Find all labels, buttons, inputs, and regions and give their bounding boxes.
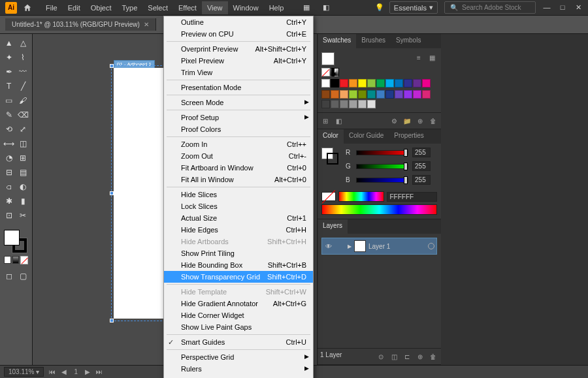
swatch[interactable]	[367, 79, 376, 87]
free-transform-tool[interactable]: ◫	[17, 137, 30, 150]
view-menu-proof-colors[interactable]: Proof Colors	[164, 123, 313, 135]
swatch-libraries-icon[interactable]: ⊞	[320, 116, 331, 126]
view-menu-presentation-mode[interactable]: Presentation Mode	[164, 82, 313, 93]
gray-swatch[interactable]	[349, 100, 357, 108]
view-menu-hide-edges[interactable]: Hide EdgesCtrl+H	[164, 224, 313, 236]
lasso-tool[interactable]: ⌇	[17, 51, 30, 64]
g-value[interactable]: 255	[412, 161, 431, 171]
view-menu-hide-slices[interactable]: Hide Slices	[164, 189, 313, 200]
new-swatch-icon[interactable]: ⊕	[415, 116, 425, 126]
swatch[interactable]	[422, 90, 431, 99]
last-artboard-icon[interactable]: ⏭	[95, 368, 104, 375]
swatch-grid-icon[interactable]: ▦	[427, 52, 437, 63]
swatch[interactable]	[376, 90, 385, 99]
view-menu-fit-artboard-in-window[interactable]: Fit Artboard in WindowCtrl+0	[164, 162, 313, 174]
gpu-icon[interactable]: ◧	[319, 1, 333, 15]
gray-swatch[interactable]	[367, 100, 376, 108]
swatch[interactable]	[321, 90, 330, 99]
gray-swatch[interactable]	[321, 100, 330, 108]
layer-thumbnail[interactable]	[354, 240, 366, 252]
swatch[interactable]	[376, 79, 385, 87]
swatch[interactable]	[422, 79, 431, 87]
tab-color-guide[interactable]: Color Guide	[344, 129, 389, 144]
paintbrush-tool[interactable]: 🖌	[17, 94, 30, 107]
menu-help[interactable]: Help	[264, 1, 289, 14]
g-slider[interactable]	[356, 164, 408, 169]
panel-stroke[interactable]	[327, 153, 338, 165]
maximize-button[interactable]: □	[558, 3, 567, 12]
new-sublayer-icon[interactable]: ⊏	[402, 351, 412, 362]
gradient-mode-icon[interactable]	[12, 256, 20, 264]
menu-effect[interactable]: Effect	[173, 1, 202, 14]
next-artboard-icon[interactable]: ▶	[83, 368, 92, 375]
drawing-mode-icon[interactable]: ◻	[3, 270, 16, 283]
perspective-grid-tool[interactable]: ⊞	[17, 151, 30, 165]
spectrum-full[interactable]	[321, 204, 437, 215]
view-menu-hide-corner-widget[interactable]: Hide Corner Widget	[164, 309, 313, 321]
blend-tool[interactable]: ◐	[17, 180, 30, 193]
visibility-icon[interactable]: 👁	[324, 243, 333, 250]
minimize-button[interactable]: —	[542, 3, 551, 12]
menu-file[interactable]: File	[41, 1, 63, 14]
artboard-nav-number[interactable]: 1	[71, 368, 80, 375]
screen-mode-icon[interactable]: ▢	[17, 270, 30, 283]
target-icon[interactable]	[428, 243, 434, 249]
swatch-none[interactable]	[321, 68, 330, 76]
rectangle-tool[interactable]: ▭	[3, 94, 16, 107]
b-slider[interactable]	[356, 178, 408, 183]
swatch[interactable]	[413, 90, 421, 99]
view-menu-trim-view[interactable]: Trim View	[164, 67, 313, 78]
none-mode-icon[interactable]	[20, 256, 28, 264]
first-artboard-icon[interactable]: ⏮	[48, 368, 57, 375]
eyedropper-tool[interactable]: ⫏	[3, 180, 16, 193]
b-value[interactable]: 255	[412, 175, 431, 185]
swatch[interactable]	[358, 90, 367, 99]
swatch[interactable]	[385, 79, 394, 87]
swatch[interactable]	[321, 79, 330, 87]
view-menu-outline[interactable]: OutlineCtrl+Y	[164, 16, 313, 28]
fill-stroke-indicator[interactable]	[4, 230, 27, 253]
swatch[interactable]	[340, 79, 348, 87]
menu-object[interactable]: Object	[86, 1, 117, 14]
view-menu-hide-text-threads[interactable]: Hide Text ThreadsShift+Ctrl+Y	[164, 375, 313, 378]
tab-symbols[interactable]: Symbols	[391, 34, 426, 48]
view-menu-lock-slices[interactable]: Lock Slices	[164, 200, 313, 212]
gray-swatch[interactable]	[331, 100, 339, 108]
rotate-tool[interactable]: ⟲	[3, 123, 16, 136]
artboard-tool[interactable]: ⊡	[3, 209, 16, 222]
view-menu-fit-all-in-window[interactable]: Fit All in WindowAlt+Ctrl+0	[164, 174, 313, 185]
view-menu-show-live-paint-gaps[interactable]: Show Live Paint Gaps	[164, 321, 313, 333]
swatch[interactable]	[404, 79, 412, 87]
swatch[interactable]	[358, 79, 367, 87]
new-layer-icon[interactable]: ⊕	[415, 351, 425, 362]
layer-row[interactable]: 👁 ▶ Layer 1	[321, 238, 437, 255]
layer-name[interactable]: Layer 1	[368, 243, 425, 250]
view-menu-hide-bounding-box[interactable]: Hide Bounding BoxShift+Ctrl+B	[164, 259, 313, 271]
expand-icon[interactable]: ▶	[348, 244, 351, 249]
scale-tool[interactable]: ⤢	[17, 123, 30, 136]
swatch[interactable]	[413, 79, 421, 87]
view-menu-pixel-preview[interactable]: Pixel PreviewAlt+Ctrl+Y	[164, 55, 313, 67]
curvature-tool[interactable]: 〰	[17, 65, 30, 78]
swatch-kind-icon[interactable]: ◧	[333, 116, 344, 126]
eraser-tool[interactable]: ⌫	[17, 108, 30, 121]
swatch[interactable]	[404, 90, 412, 99]
current-swatch[interactable]	[321, 52, 335, 65]
tab-brushes[interactable]: Brushes	[356, 34, 391, 48]
menu-type[interactable]: Type	[117, 1, 143, 14]
tab-layers[interactable]: Layers	[318, 219, 348, 234]
swatch[interactable]	[331, 90, 339, 99]
spectrum[interactable]	[338, 191, 384, 202]
swatch[interactable]	[349, 79, 357, 87]
zoom-level[interactable]: 103.11% ▾	[4, 367, 44, 377]
menu-select[interactable]: Select	[142, 1, 173, 14]
view-menu-hide-gradient-annotator[interactable]: Hide Gradient AnnotatorAlt+Ctrl+G	[164, 298, 313, 309]
view-menu-show-print-tiling[interactable]: Show Print Tiling	[164, 247, 313, 259]
view-menu-overprint-preview[interactable]: Overprint PreviewAlt+Shift+Ctrl+Y	[164, 43, 313, 55]
locate-object-icon[interactable]: ⊙	[376, 351, 386, 362]
shaper-tool[interactable]: ✎	[3, 108, 16, 121]
menu-edit[interactable]: Edit	[63, 1, 86, 14]
prev-artboard-icon[interactable]: ◀	[59, 368, 69, 375]
swatch-list-icon[interactable]: ≡	[414, 52, 424, 63]
gray-swatch[interactable]	[340, 100, 348, 108]
